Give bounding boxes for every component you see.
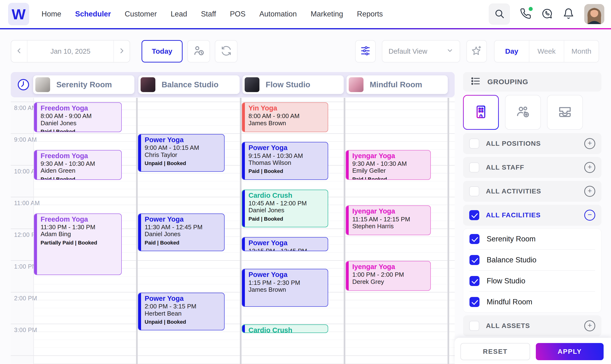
- event-card-yin-yoga[interactable]: Yin Yoga8:00 AM - 9:00 AMJames Brown: [242, 102, 328, 132]
- staff-hours-button[interactable]: [187, 40, 210, 63]
- column-divider: [344, 98, 345, 364]
- room-header-serenity-room[interactable]: Serenity Room: [33, 75, 134, 94]
- top-nav: W HomeSchedulerCustomerLeadStaffPOSAutom…: [0, 0, 611, 28]
- event-card-cardio-crush[interactable]: Cardio Crush10:45 AM - 12:00 PMDaniel Jo…: [242, 190, 328, 227]
- prev-day-button[interactable]: [11, 40, 27, 62]
- expand-icon[interactable]: +: [584, 320, 595, 331]
- event-time: 9:00 AM - 10:15 AM: [145, 144, 221, 151]
- notifications-button[interactable]: [563, 8, 574, 20]
- event-card-power-yoga[interactable]: Power Yoga12:15 PM - 12:45 PM: [242, 237, 328, 251]
- facility-item-balance-studio[interactable]: Balance Studio: [469, 249, 595, 270]
- view-mode-month[interactable]: Month: [564, 40, 598, 62]
- nav-item-lead[interactable]: Lead: [171, 10, 187, 18]
- nav-item-reports[interactable]: Reports: [357, 10, 383, 18]
- view-mode-day[interactable]: Day: [494, 40, 529, 62]
- checkbox-flow-studio[interactable]: [469, 276, 479, 286]
- facility-list: Serenity RoomBalance StudioFlow StudioMi…: [463, 229, 601, 312]
- search-button[interactable]: [489, 4, 510, 25]
- nav-item-staff[interactable]: Staff: [201, 10, 216, 18]
- checkbox-balance-studio[interactable]: [469, 255, 479, 265]
- grouping-tab-trays[interactable]: [547, 95, 583, 130]
- filters-button[interactable]: [355, 40, 376, 63]
- hour-gridline: [11, 197, 455, 197]
- nav-item-pos[interactable]: POS: [230, 10, 245, 18]
- checkbox-all-assets[interactable]: [469, 321, 479, 331]
- refresh-button[interactable]: [215, 40, 238, 63]
- event-title: Yin Yoga: [249, 104, 324, 112]
- grouping-tab-building[interactable]: [463, 95, 499, 130]
- view-mode-week[interactable]: Week: [529, 40, 564, 62]
- event-title: Cardio Crush: [249, 192, 324, 199]
- nav-item-customer[interactable]: Customer: [125, 10, 157, 18]
- checkbox-mindful-room[interactable]: [469, 297, 479, 307]
- event-status: Paid | Booked: [40, 176, 118, 180]
- event-person: Daniel Jones: [40, 120, 118, 127]
- event-title: Power Yoga: [249, 239, 324, 247]
- chevron-down-icon: [446, 47, 453, 56]
- filter-action-bar: RESET APPLY: [455, 338, 611, 364]
- event-card-power-yoga[interactable]: Power Yoga1:15 PM - 2:30 PMJames Brown: [242, 269, 328, 307]
- filter-group-all-assets[interactable]: ALL ASSETS+: [463, 315, 601, 336]
- event-title: Power Yoga: [249, 271, 324, 279]
- list-icon: [470, 76, 481, 88]
- event-card-power-yoga[interactable]: Power Yoga11:30 AM - 12:45 PMDaniel Jone…: [138, 213, 225, 251]
- checkbox-all-activities[interactable]: [469, 186, 479, 196]
- checkbox-serenity-room[interactable]: [469, 234, 479, 244]
- event-card-iyengar-yoga[interactable]: Iyengar Yoga1:00 PM - 2:00 PMDerek Grey: [345, 261, 431, 291]
- save-view-button[interactable]: [466, 40, 487, 63]
- event-card-freedom-yoga[interactable]: Freedom Yoga11:30 PM - 1:30 PMAdam BingP…: [34, 213, 122, 275]
- facility-item-mindful-room[interactable]: Mindful Room: [469, 291, 595, 312]
- filter-group-label: ALL ASSETS: [486, 322, 578, 330]
- nav-item-marketing[interactable]: Marketing: [310, 10, 343, 18]
- nav-item-automation[interactable]: Automation: [259, 10, 297, 18]
- nav-item-scheduler[interactable]: Scheduler: [75, 10, 111, 18]
- refresh-icon: [221, 45, 232, 57]
- next-day-button[interactable]: [113, 40, 130, 62]
- expand-icon[interactable]: +: [584, 162, 595, 173]
- event-title: Freedom Yoga: [40, 152, 118, 160]
- event-time: 1:00 PM - 2:00 PM: [352, 271, 427, 278]
- today-button[interactable]: Today: [142, 40, 183, 63]
- expand-icon[interactable]: +: [584, 186, 595, 197]
- event-card-iyengar-yoga[interactable]: Iyengar Yoga9:30 AM - 10:30 AMEmily Gell…: [345, 150, 431, 180]
- app-logo[interactable]: W: [8, 3, 29, 25]
- grouping-tab-people-plus[interactable]: [505, 95, 541, 130]
- whatsapp-button[interactable]: [541, 8, 553, 20]
- filter-group-all-activities[interactable]: ALL ACTIVITIES+: [463, 181, 601, 202]
- event-status: Paid | Booked: [145, 240, 221, 246]
- reset-button[interactable]: RESET: [460, 343, 530, 360]
- expand-icon[interactable]: +: [584, 138, 595, 149]
- room-header-flow-studio[interactable]: Flow Studio: [242, 75, 344, 94]
- search-icon: [494, 8, 505, 20]
- collapse-icon[interactable]: −: [584, 210, 595, 221]
- event-card-freedom-yoga[interactable]: Freedom Yoga8:00 AM - 9:00 AMDaniel Jone…: [34, 102, 122, 132]
- checkbox-all-staff[interactable]: [469, 162, 479, 172]
- room-header-balance-studio[interactable]: Balance Studio: [138, 75, 240, 94]
- event-card-cardio-crush[interactable]: Cardio Crush: [242, 325, 328, 333]
- facility-item-flow-studio[interactable]: Flow Studio: [469, 270, 595, 291]
- main-nav: HomeSchedulerCustomerLeadStaffPOSAutomat…: [41, 10, 383, 18]
- view-preset-dropdown[interactable]: Default View: [382, 40, 460, 63]
- quarter-gridline: [33, 308, 455, 308]
- filter-group-all-staff[interactable]: ALL STAFF+: [463, 157, 601, 178]
- filter-group-all-facilities[interactable]: ALL FACILITIES−: [463, 205, 601, 226]
- event-card-power-yoga[interactable]: Power Yoga9:00 AM - 10:15 AMChris Taylor…: [138, 134, 225, 172]
- current-date-label[interactable]: Jan 10, 2025: [27, 40, 113, 62]
- phone-online-dot: [529, 7, 533, 11]
- event-card-iyengar-yoga[interactable]: Iyengar Yoga11:15 AM - 12:15 PMStephen H…: [345, 205, 431, 235]
- room-header-mindful-room[interactable]: Mindful Room: [346, 75, 448, 94]
- nav-item-home[interactable]: Home: [41, 10, 61, 18]
- event-card-power-yoga[interactable]: Power Yoga2:00 PM - 3:15 PMHerbert BeanU…: [138, 293, 225, 330]
- filter-group-all-positions[interactable]: ALL POSITIONS+: [463, 133, 601, 154]
- facility-item-serenity-room[interactable]: Serenity Room: [469, 229, 595, 249]
- apply-button[interactable]: APPLY: [536, 343, 604, 360]
- event-card-freedom-yoga[interactable]: Freedom Yoga9:30 AM - 10:30 AMAiden Gree…: [34, 150, 122, 180]
- event-title: Freedom Yoga: [40, 215, 118, 223]
- user-avatar[interactable]: [584, 4, 604, 24]
- nav-right-icons: [489, 4, 611, 25]
- event-card-power-yoga[interactable]: Power Yoga9:15 AM - 10:30 AMThomas Wilso…: [242, 142, 328, 180]
- phone-button[interactable]: [520, 8, 531, 20]
- event-status: Paid | Booked: [249, 216, 324, 222]
- checkbox-all-positions[interactable]: [469, 139, 479, 149]
- checkbox-all-facilities[interactable]: [469, 210, 479, 220]
